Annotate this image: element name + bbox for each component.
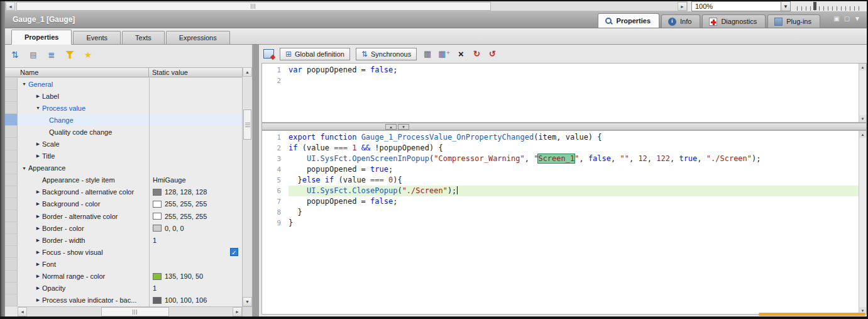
inspector-tab-info[interactable]: Info	[661, 14, 700, 28]
property-row-process-value[interactable]: ▼Process value	[5, 102, 242, 114]
static-value-cell[interactable]: 100, 100, 106	[149, 294, 242, 306]
scroll-down-button[interactable]: ▼	[859, 115, 866, 122]
rollback-red-button[interactable]: ↺	[487, 49, 497, 59]
tab-texts[interactable]: Texts	[122, 31, 165, 44]
static-value-cell[interactable]: HmiGauge	[149, 174, 242, 186]
scrollbar-track[interactable]	[27, 307, 233, 316]
scrollbar-track[interactable]	[15, 2, 678, 11]
property-row-focus-show-visual[interactable]: ▶Focus - show visual✓	[5, 246, 242, 258]
scroll-up-button[interactable]: ▲	[859, 131, 866, 138]
scroll-right-button[interactable]: ►	[678, 2, 687, 11]
expand-icon[interactable]: ▶	[34, 262, 42, 267]
static-value-cell[interactable]	[149, 114, 242, 126]
color-swatch[interactable]	[153, 213, 162, 220]
expand-icon[interactable]: ▶	[34, 214, 42, 219]
inspector-tab-plug-ins[interactable]: Plug-ins	[767, 14, 820, 28]
code-line-3[interactable]: 3 UI.SysFct.OpenScreenInPopup("Compresso…	[262, 154, 859, 164]
global-code-lines[interactable]: 1var popupOpened = false;2	[262, 65, 859, 122]
code-line-1[interactable]: 1var popupOpened = false;	[262, 65, 859, 76]
filter-button[interactable]	[65, 50, 75, 60]
splitter-collapse-down-button[interactable]: ▼	[398, 124, 409, 130]
scroll-left-button[interactable]: ◄	[6, 2, 15, 11]
insert-snippet-button[interactable]: ▦	[422, 49, 432, 59]
tab-expressions[interactable]: Expressions	[166, 31, 230, 44]
expand-icon[interactable]: ▶	[34, 189, 42, 194]
scrollbar-thumb[interactable]	[243, 109, 251, 140]
synchronous-button[interactable]: ⇅Synchronous	[356, 48, 417, 60]
properties-horizontal-scrollbar[interactable]: ◄ ►	[18, 306, 242, 316]
expand-icon[interactable]: ▶	[34, 286, 42, 291]
property-row-background-color[interactable]: ▶Background - color255, 255, 255	[5, 198, 242, 210]
list-view-button[interactable]: ≣	[47, 50, 57, 60]
scroll-down-button[interactable]: ▼	[243, 297, 252, 306]
expand-icon[interactable]: ▶	[34, 238, 42, 243]
inspector-tab-diagnostics[interactable]: Diagnostics	[702, 14, 766, 28]
color-swatch[interactable]	[153, 201, 162, 208]
global-code-vertical-scrollbar[interactable]: ▲ ▼	[859, 64, 866, 122]
function-code-lines[interactable]: 1export function Gauge_1_ProcessValue_On…	[262, 132, 859, 314]
property-row-label[interactable]: ▶Label	[5, 90, 242, 102]
property-row-normal-range-color[interactable]: ▶Normal range - color135, 190, 50	[5, 271, 242, 283]
color-swatch[interactable]	[153, 189, 162, 196]
zoom-slider-thumb[interactable]	[813, 2, 816, 10]
collapse-icon[interactable]: ▼	[34, 106, 42, 110]
color-swatch[interactable]	[153, 273, 162, 280]
code-line-7[interactable]: 7 popupOpened = false;	[262, 196, 859, 207]
property-row-title[interactable]: ▶Title	[5, 150, 242, 162]
collapse-icon[interactable]: ▼	[20, 166, 28, 171]
scrollbar-thumb[interactable]	[16, 2, 491, 11]
zoom-select[interactable]: 100% ▼	[691, 1, 791, 11]
float-window-icon[interactable]: ▣	[833, 15, 839, 23]
static-value-cell[interactable]: 135, 190, 50	[149, 271, 242, 283]
color-swatch[interactable]	[153, 225, 162, 232]
static-value-cell[interactable]	[149, 90, 242, 102]
editor-splitter[interactable]: ▲ ▼	[261, 123, 867, 130]
reset-red-button[interactable]: ↻	[471, 49, 481, 59]
code-line-9[interactable]: 9}	[262, 218, 859, 228]
property-row-change[interactable]: Change	[5, 114, 242, 126]
expand-icon[interactable]: ▶	[34, 94, 42, 99]
inspector-tab-properties[interactable]: Properties	[598, 13, 659, 28]
property-row-appearance-style-item[interactable]: Appearance - style itemHmiGauge	[5, 174, 242, 186]
code-line-8[interactable]: 8 }	[262, 207, 859, 218]
static-value-cell[interactable]	[149, 150, 242, 162]
static-value-cell[interactable]: 128, 128, 128	[149, 186, 242, 198]
property-row-border-width[interactable]: ▶Border - width1	[5, 234, 242, 246]
scroll-left-button[interactable]: ◄	[18, 307, 27, 316]
code-line-4[interactable]: 4 popupOpened = true;	[262, 164, 859, 175]
code-line-5[interactable]: 5 }else if (value === 0){	[262, 175, 859, 186]
scroll-up-button[interactable]: ▲	[243, 67, 252, 77]
static-value-cell[interactable]: 0, 0, 0	[149, 222, 242, 234]
global-definition-button[interactable]: ⊞Global definition	[280, 48, 350, 60]
expand-icon[interactable]: ▶	[34, 142, 42, 147]
zoom-slider[interactable]	[797, 2, 862, 11]
code-line-2[interactable]: 2if (value === 1 && !popupOpened) {	[262, 143, 859, 154]
expand-icon[interactable]: ▶	[34, 250, 42, 255]
window-menu-dropdown-icon[interactable]: ▼	[854, 15, 860, 23]
property-row-background-alternative-color[interactable]: ▶Background - alternative color128, 128,…	[5, 186, 242, 198]
collapse-icon[interactable]: ▼	[20, 82, 28, 86]
static-value-cell[interactable]: ✓	[149, 246, 242, 258]
expand-icon[interactable]: ▶	[34, 154, 42, 159]
property-row-process-value-indicator-bac[interactable]: ▶Process value indicator - bac...100, 10…	[5, 294, 242, 306]
static-value-cell[interactable]: 255, 255, 255	[149, 210, 242, 222]
color-swatch[interactable]	[153, 297, 162, 304]
sort-button[interactable]: ⇅	[10, 50, 20, 60]
expand-icon[interactable]: ▶	[34, 201, 42, 206]
column-header-name[interactable]: Name	[5, 68, 149, 77]
property-row-general[interactable]: ▼General	[5, 78, 242, 90]
expand-icon[interactable]: ▶	[34, 298, 42, 303]
property-row-opacity[interactable]: ▶Opacity1	[5, 283, 242, 294]
favorites-star-button[interactable]: ★	[83, 50, 93, 60]
column-header-static-value[interactable]: Static value	[149, 68, 242, 77]
static-value-cell[interactable]: 1	[149, 234, 242, 246]
tab-events[interactable]: Events	[73, 31, 121, 44]
zoom-dropdown-icon[interactable]: ▼	[781, 2, 790, 11]
script-block-button[interactable]	[263, 49, 274, 59]
tab-properties[interactable]: Properties	[11, 30, 72, 45]
code-line-1[interactable]: 1export function Gauge_1_ProcessValue_On…	[262, 132, 859, 143]
code-line-6[interactable]: 6 UI.SysFct.ClosePopup("./Screen");	[262, 186, 859, 196]
static-value-cell[interactable]	[149, 102, 242, 114]
splitter-collapse-up-button[interactable]: ▲	[385, 124, 397, 130]
delete-button[interactable]: ×	[456, 49, 466, 59]
